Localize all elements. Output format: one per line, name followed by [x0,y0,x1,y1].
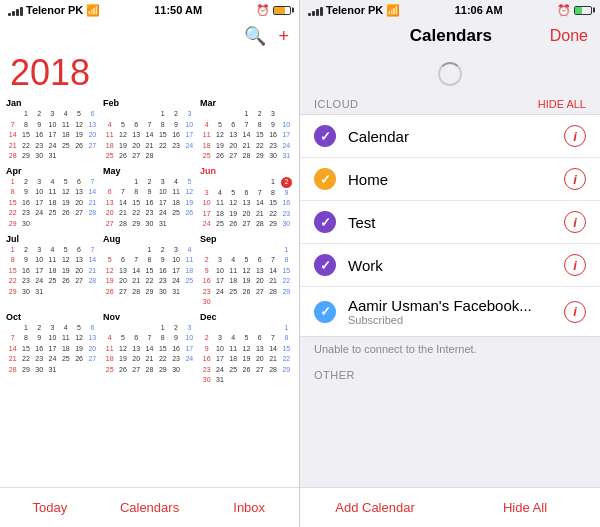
tab-inbox[interactable]: Inbox [199,488,299,527]
calendar-name-facebook: Aamir Usman's Facebook... [348,297,564,314]
list-item-calendar[interactable]: ✓ Calendar i [300,115,600,158]
nav-title: Calendars [410,26,492,46]
facebook-cal-info: Aamir Usman's Facebook... Subscribed [348,297,564,326]
month-may: May 12345 6789101112 13141516171819 2021… [103,166,196,230]
calendar-name-home: Home [348,171,564,188]
signal-icon-left [8,4,23,16]
battery-icon-right [574,6,592,15]
month-oct: Oct 123456 78910111213 14151617181920 21… [6,312,99,386]
check-icon-calendar: ✓ [320,129,331,144]
month-days-may: 12345 6789101112 13141516171819 20212223… [103,177,196,230]
toolbar-left: 🔍 + [0,20,299,52]
search-button[interactable]: 🔍 [244,25,266,47]
month-name-jul: Jul [6,234,99,244]
month-days-jan: 123456 78910111213 14151617181920 212223… [6,109,99,162]
month-days-jun: 12 3456789 10111213141516 17181920212223… [200,177,293,230]
calendar-check-facebook: ✓ [314,301,336,323]
calendar-sub-facebook: Subscribed [348,314,564,326]
wifi-icon-left: 📶 [86,4,100,17]
done-button[interactable]: Done [550,27,588,45]
month-days-jul: 1234567 891011121314 15161718192021 2223… [6,245,99,298]
check-icon-home: ✓ [320,172,331,187]
month-days-dec: 1 2345678 9101112131415 16171819202122 2… [200,323,293,386]
nav-bar-right: Calendars Done [300,20,600,52]
info-button-work[interactable]: i [564,254,586,276]
info-button-test[interactable]: i [564,211,586,233]
month-days-mar: 123 45678910 11121314151617 181920212223… [200,109,293,162]
month-jun: Jun 12 3456789 10111213141516 1718192021… [200,166,293,230]
other-label: OTHER [314,369,355,381]
list-item-work[interactable]: ✓ Work i [300,244,600,287]
alarm-icon-left: ⏰ [256,4,270,17]
icloud-label: ICLOUD [314,98,359,110]
other-section-header: OTHER [300,361,600,387]
year-title: 2018 [0,52,299,98]
month-days-nov: 123 45678910 11121314151617 181920212223… [103,323,196,376]
month-name-dec: Dec [200,312,293,322]
carrier-name-left: Telenor PK [26,4,83,16]
month-days-aug: 1234 567891011 12131415161718 1920212223… [103,245,196,298]
month-apr: Apr 1234567 891011121314 15161718192021 … [6,166,99,230]
calendar-grid: Jan 123456 78910111213 14151617181920 21… [0,98,299,487]
calendar-name-work: Work [348,257,564,274]
battery-icon-left [273,6,291,15]
error-message: Unable to connect to the Internet. [300,337,600,361]
right-panel: Telenor PK 📶 11:06 AM ⏰ Calendars Done I… [300,0,600,527]
left-panel: Telenor PK 📶 11:50 AM ⏰ 🔍 + 2018 Jan 123… [0,0,300,527]
wifi-icon-right: 📶 [386,4,400,17]
month-name-aug: Aug [103,234,196,244]
month-feb: Feb 123 45678910 11121314151617 18192021… [103,98,196,162]
list-item-test[interactable]: ✓ Test i [300,201,600,244]
icloud-section-header: ICLOUD HIDE ALL [300,94,600,114]
check-icon-work: ✓ [320,258,331,273]
month-name-apr: Apr [6,166,99,176]
month-sep: Sep 1 2345678 9101112131415 161718192021… [200,234,293,308]
add-button[interactable]: + [278,26,289,47]
month-days-oct: 123456 78910111213 14151617181920 212223… [6,323,99,376]
time-left: 11:50 AM [154,4,202,16]
list-item-home[interactable]: ✓ Home i [300,158,600,201]
tab-today[interactable]: Today [0,488,100,527]
info-button-home[interactable]: i [564,168,586,190]
time-right: 11:06 AM [455,4,503,16]
month-dec: Dec 1 2345678 9101112131415 161718192021… [200,312,293,386]
status-bar-right: Telenor PK 📶 11:06 AM ⏰ [300,0,600,20]
loading-spinner-area [300,52,600,94]
battery-area-right: ⏰ [557,4,592,17]
calendar-check-test: ✓ [314,211,336,233]
status-bar-left: Telenor PK 📶 11:50 AM ⏰ [0,0,299,20]
hide-all-button[interactable]: HIDE ALL [538,98,586,110]
tab-hide-all[interactable]: Hide All [450,488,600,527]
calendar-check-work: ✓ [314,254,336,276]
list-item-facebook[interactable]: ✓ Aamir Usman's Facebook... Subscribed i [300,287,600,336]
calendar-list: ✓ Calendar i ✓ Home i ✓ Test i ✓ Work [300,114,600,337]
month-name-jun: Jun [200,166,293,176]
tab-calendars[interactable]: Calendars [100,488,200,527]
month-days-sep: 1 2345678 9101112131415 16171819202122 2… [200,245,293,308]
battery-area-left: ⏰ [256,4,291,17]
month-mar: Mar 123 45678910 11121314151617 18192021… [200,98,293,162]
month-name-feb: Feb [103,98,196,108]
alarm-icon-right: ⏰ [557,4,571,17]
calendar-check-home: ✓ [314,168,336,190]
month-name-may: May [103,166,196,176]
info-button-calendar[interactable]: i [564,125,586,147]
month-days-apr: 1234567 891011121314 15161718192021 2223… [6,177,99,230]
month-name-oct: Oct [6,312,99,322]
signal-icon-right [308,4,323,16]
carrier-right: Telenor PK 📶 [308,4,400,17]
bottom-tabs-right: Add Calendar Hide All [300,487,600,527]
calendar-check-calendar: ✓ [314,125,336,147]
today-circle: 2 [281,177,292,188]
calendar-name-test: Test [348,214,564,231]
carrier-left: Telenor PK 📶 [8,4,100,17]
tab-add-calendar[interactable]: Add Calendar [300,488,450,527]
month-jan: Jan 123456 78910111213 14151617181920 21… [6,98,99,162]
calendar-name-calendar: Calendar [348,128,564,145]
month-name-sep: Sep [200,234,293,244]
month-name-jan: Jan [6,98,99,108]
months-container: Jan 123456 78910111213 14151617181920 21… [6,98,293,386]
info-button-facebook[interactable]: i [564,301,586,323]
month-days-feb: 123 45678910 11121314151617 181920212223… [103,109,196,162]
month-name-nov: Nov [103,312,196,322]
